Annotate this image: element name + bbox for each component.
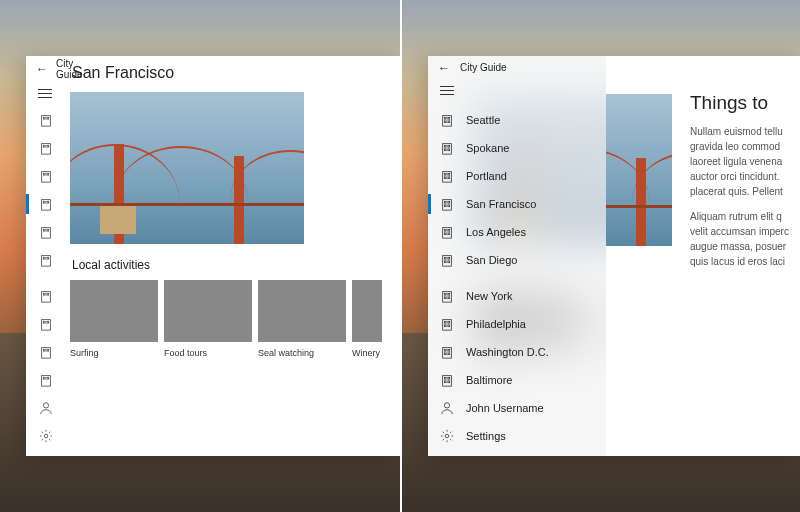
building-icon bbox=[440, 169, 454, 183]
svg-rect-14 bbox=[47, 229, 49, 231]
svg-rect-68 bbox=[444, 321, 446, 323]
nav-item-city[interactable] bbox=[26, 246, 66, 274]
svg-rect-61 bbox=[448, 261, 450, 263]
svg-rect-81 bbox=[448, 381, 450, 383]
svg-rect-59 bbox=[448, 257, 450, 259]
app-window: ← City Guide bbox=[26, 56, 400, 456]
app-title: City Guide bbox=[460, 62, 507, 73]
nav-item-city[interactable] bbox=[26, 162, 66, 190]
svg-rect-64 bbox=[448, 293, 450, 295]
svg-rect-56 bbox=[448, 233, 450, 235]
hamburger-button[interactable] bbox=[428, 79, 606, 102]
nav-item-city[interactable] bbox=[26, 134, 66, 162]
hamburger-button[interactable] bbox=[26, 81, 66, 106]
svg-rect-19 bbox=[43, 293, 45, 295]
svg-rect-46 bbox=[448, 177, 450, 179]
building-icon bbox=[440, 225, 454, 239]
building-icon bbox=[440, 317, 454, 331]
svg-rect-5 bbox=[47, 145, 49, 147]
svg-rect-48 bbox=[444, 201, 446, 203]
svg-rect-60 bbox=[444, 261, 446, 263]
back-button[interactable]: ← bbox=[438, 61, 450, 75]
svg-rect-75 bbox=[444, 353, 446, 355]
aside-paragraph: Nullam euismod tellu gravida leo commod … bbox=[690, 124, 800, 199]
svg-rect-53 bbox=[444, 229, 446, 231]
svg-rect-55 bbox=[444, 233, 446, 235]
svg-rect-80 bbox=[444, 381, 446, 383]
nav-user[interactable]: John Username bbox=[428, 394, 606, 422]
svg-rect-10 bbox=[43, 201, 45, 203]
svg-rect-76 bbox=[448, 353, 450, 355]
nav-item[interactable]: San Francisco bbox=[428, 190, 606, 218]
svg-rect-63 bbox=[444, 293, 446, 295]
svg-rect-1 bbox=[43, 117, 45, 119]
svg-rect-50 bbox=[444, 205, 446, 207]
building-icon bbox=[440, 253, 454, 267]
nav-item[interactable]: Los Angeles bbox=[428, 218, 606, 246]
building-icon bbox=[440, 113, 454, 127]
svg-rect-34 bbox=[448, 117, 450, 119]
nav-item[interactable]: San Diego bbox=[428, 246, 606, 274]
nav-item[interactable]: Seattle bbox=[428, 106, 606, 134]
nav-item-city[interactable] bbox=[26, 218, 66, 246]
city-heading: San Francisco bbox=[72, 64, 382, 82]
nav-item-city[interactable] bbox=[26, 366, 66, 394]
svg-rect-36 bbox=[448, 121, 450, 123]
section-heading: Local activities bbox=[72, 258, 382, 272]
nav-item[interactable]: Philadelphia bbox=[428, 310, 606, 338]
svg-rect-8 bbox=[47, 173, 49, 175]
settings-icon[interactable] bbox=[26, 422, 66, 450]
tile[interactable]: Food tours bbox=[164, 280, 252, 358]
tile[interactable]: Winery bbox=[352, 280, 382, 358]
back-button[interactable]: ← bbox=[36, 62, 48, 76]
svg-rect-65 bbox=[444, 297, 446, 299]
svg-rect-54 bbox=[448, 229, 450, 231]
tile[interactable]: Surfing bbox=[70, 280, 158, 358]
hero-image bbox=[70, 92, 304, 244]
nav-item[interactable]: Washington D.C. bbox=[428, 338, 606, 366]
svg-rect-71 bbox=[448, 325, 450, 327]
nav-item-city[interactable] bbox=[26, 106, 66, 134]
svg-rect-39 bbox=[448, 145, 450, 147]
nav-item-city-selected[interactable] bbox=[26, 190, 66, 218]
svg-rect-43 bbox=[444, 173, 446, 175]
svg-rect-29 bbox=[47, 377, 49, 379]
svg-rect-16 bbox=[43, 257, 45, 259]
svg-rect-49 bbox=[448, 201, 450, 203]
svg-rect-41 bbox=[448, 149, 450, 151]
svg-rect-74 bbox=[448, 349, 450, 351]
nav-item[interactable]: Portland bbox=[428, 162, 606, 190]
svg-rect-79 bbox=[448, 377, 450, 379]
svg-rect-13 bbox=[43, 229, 45, 231]
svg-rect-40 bbox=[444, 149, 446, 151]
svg-rect-11 bbox=[47, 201, 49, 203]
nav-rail-compact: ← City Guide bbox=[26, 56, 66, 456]
aside-content: Things to s Nullam euismod tellus gravid… bbox=[382, 56, 400, 456]
nav-settings[interactable]: Settings bbox=[428, 422, 606, 450]
gear-icon bbox=[440, 429, 454, 443]
svg-point-31 bbox=[44, 434, 48, 438]
svg-rect-22 bbox=[43, 321, 45, 323]
main-content: San Francisco Local activities Surfing F… bbox=[66, 56, 382, 456]
nav-item-city[interactable] bbox=[26, 310, 66, 338]
svg-rect-2 bbox=[47, 117, 49, 119]
nav-item-city[interactable] bbox=[26, 338, 66, 366]
svg-rect-20 bbox=[47, 293, 49, 295]
nav-item[interactable]: New York bbox=[428, 282, 606, 310]
tile[interactable]: Seal watching bbox=[258, 280, 346, 358]
nav-item[interactable]: Spokane bbox=[428, 134, 606, 162]
building-icon bbox=[440, 197, 454, 211]
svg-rect-78 bbox=[444, 377, 446, 379]
building-icon bbox=[440, 289, 454, 303]
building-icon bbox=[440, 345, 454, 359]
building-icon bbox=[440, 141, 454, 155]
svg-point-82 bbox=[444, 403, 449, 408]
svg-rect-26 bbox=[47, 349, 49, 351]
svg-rect-7 bbox=[43, 173, 45, 175]
svg-rect-73 bbox=[444, 349, 446, 351]
nav-item[interactable]: Baltimore bbox=[428, 366, 606, 394]
user-icon[interactable] bbox=[26, 394, 66, 422]
nav-item-city[interactable] bbox=[26, 282, 66, 310]
aside-heading: Things to bbox=[690, 92, 800, 114]
svg-rect-45 bbox=[444, 177, 446, 179]
